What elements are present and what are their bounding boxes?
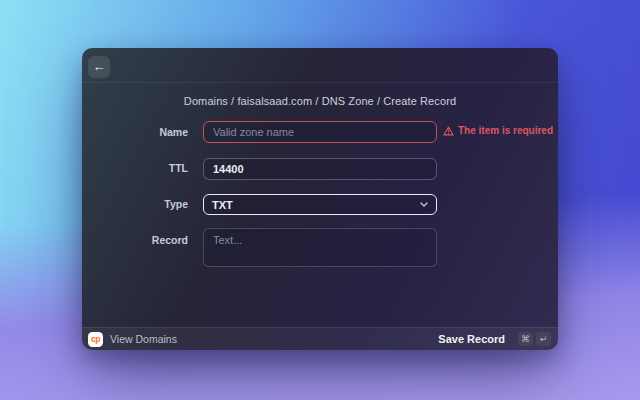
- type-select-value: TXT: [212, 199, 233, 211]
- modal-header: ←: [82, 48, 558, 83]
- name-field-label: Name: [88, 126, 188, 138]
- warning-triangle-icon: [443, 126, 454, 136]
- desktop-background: ← Domains / faisalsaad.com / DNS Zone / …: [0, 0, 640, 400]
- ttl-field-label: TTL: [88, 162, 188, 174]
- cpanel-logo-icon: cp: [88, 332, 103, 347]
- type-select[interactable]: TXT: [203, 194, 437, 215]
- breadcrumb: Domains / faisalsaad.com / DNS Zone / Cr…: [82, 95, 558, 107]
- ttl-input[interactable]: [203, 158, 437, 180]
- view-domains-link[interactable]: View Domains: [110, 333, 177, 345]
- arrow-left-icon: ←: [93, 59, 106, 74]
- name-field-error: The item is required: [443, 125, 553, 136]
- save-record-button[interactable]: Save Record: [438, 333, 505, 345]
- chevron-down-icon: [420, 202, 428, 207]
- record-field-label: Record: [88, 234, 188, 246]
- error-text: The item is required: [458, 125, 553, 136]
- modal-footer: cp View Domains Save Record ⌘ ↵: [82, 327, 558, 350]
- return-key-icon: ↵: [536, 332, 551, 346]
- command-key-icon: ⌘: [518, 332, 533, 346]
- name-input[interactable]: [203, 121, 437, 143]
- create-record-modal: ← Domains / faisalsaad.com / DNS Zone / …: [82, 48, 558, 350]
- type-field-label: Type: [88, 198, 188, 210]
- record-textarea[interactable]: [203, 228, 437, 267]
- back-button[interactable]: ←: [88, 56, 110, 78]
